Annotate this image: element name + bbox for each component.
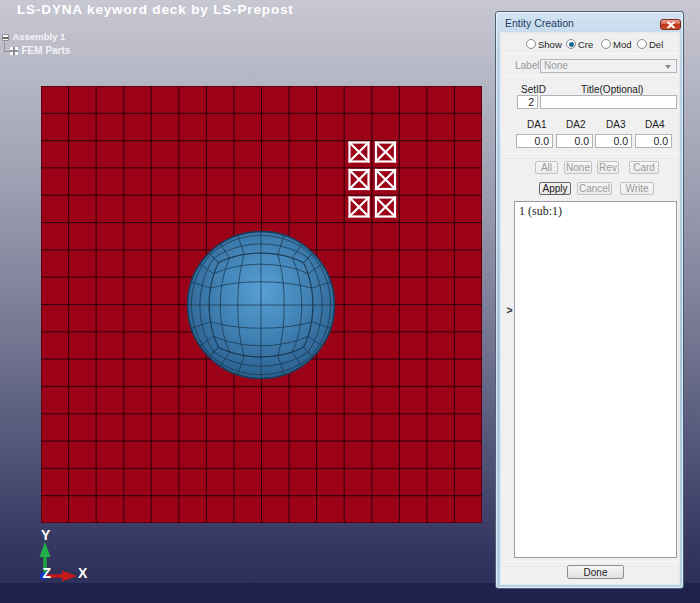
svg-text:Y: Y (41, 527, 51, 543)
svg-text:X: X (78, 565, 88, 581)
svg-text:Z: Z (43, 565, 52, 581)
